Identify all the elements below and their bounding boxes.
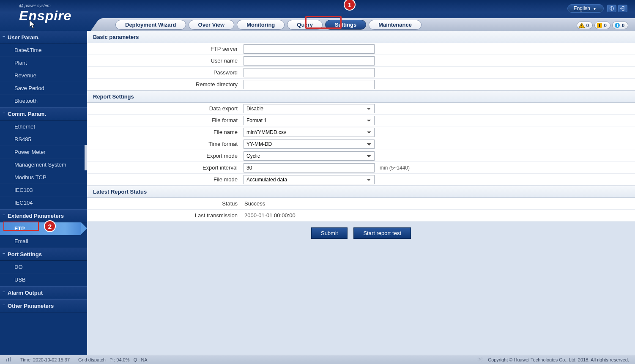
footer-p: P : 94.0% xyxy=(109,357,130,362)
tab-monitoring[interactable]: Monitoring xyxy=(237,20,285,30)
square-warning-icon xyxy=(596,22,603,28)
label-remote-directory: Remote directory xyxy=(87,81,244,88)
status-bar: Time 2020-10-02 15:37 Grid dispatch P : … xyxy=(0,355,635,364)
svg-rect-11 xyxy=(6,359,7,361)
sidebar: User Param. Date&Time Plant Revenue Save… xyxy=(0,31,87,355)
tab-over-view[interactable]: Over View xyxy=(189,20,235,30)
callout-2-highlight xyxy=(3,222,39,231)
app-header: @ power system Enspire English Deploymen… xyxy=(0,0,635,31)
label-export-interval: Export interval xyxy=(87,164,244,171)
label-time-format: Time format xyxy=(87,141,244,147)
label-ftp-server: FTP server xyxy=(87,46,244,52)
brand-logo: @ power system Enspire xyxy=(19,3,71,24)
language-area: English xyxy=(567,4,627,13)
sidebar-group-comm-param[interactable]: Comm. Param. xyxy=(0,107,87,120)
svg-rect-10 xyxy=(617,26,618,27)
sidebar-item-power-meter[interactable]: Power Meter xyxy=(0,146,87,159)
sidebar-group-other-parameters[interactable]: Other Parameters xyxy=(0,299,87,312)
sidebar-item-do[interactable]: DO xyxy=(0,261,87,274)
svg-rect-13 xyxy=(10,357,11,361)
label-user-name: User name xyxy=(87,57,244,64)
footer-time-value: 2020-10-02 15:37 xyxy=(33,357,70,362)
file-name-select[interactable]: minYYMMDD.csv xyxy=(244,128,375,137)
alarm-minor-badge[interactable]: 0 xyxy=(594,22,610,29)
language-select[interactable]: English xyxy=(567,4,604,13)
sidebar-item-ethernet[interactable]: Ethernet xyxy=(0,120,87,133)
svg-rect-3 xyxy=(581,25,582,26)
value-last-transmission: 2000-01-01 00:00:00 xyxy=(244,212,296,219)
start-report-test-button[interactable]: Start report test xyxy=(353,227,411,239)
label-data-export: Data export xyxy=(87,105,244,112)
sidebar-group-extended-parameters[interactable]: Extended Parameters xyxy=(0,209,87,222)
sidebar-item-modbus-tcp[interactable]: Modbus TCP xyxy=(0,171,87,184)
user-name-input[interactable] xyxy=(244,56,375,66)
password-input[interactable] xyxy=(244,68,375,77)
svg-rect-9 xyxy=(617,24,618,26)
triangle-warning-icon xyxy=(578,22,585,28)
logout-icon[interactable] xyxy=(618,5,627,12)
label-last-transmission: Last transmission xyxy=(87,212,244,219)
svg-rect-7 xyxy=(599,26,600,27)
export-interval-input[interactable] xyxy=(244,163,375,172)
brand-tagline: @ power system xyxy=(19,3,71,8)
svg-rect-6 xyxy=(599,24,600,26)
callout-2: 2 xyxy=(44,220,56,232)
footer-chart-icon xyxy=(6,357,12,363)
sidebar-group-alarm-output[interactable]: Alarm Output xyxy=(0,286,87,299)
label-file-name: File name xyxy=(87,129,244,135)
footer-q: Q : NA xyxy=(134,357,148,362)
label-file-format: File format xyxy=(87,117,244,123)
label-file-mode: File mode xyxy=(87,176,244,183)
label-password: Password xyxy=(87,69,244,76)
submit-button[interactable]: Submit xyxy=(311,227,348,239)
alarm-major-badge[interactable]: 0 xyxy=(577,22,593,29)
ftp-server-input[interactable] xyxy=(244,44,375,54)
value-status: Success xyxy=(244,200,265,207)
svg-rect-2 xyxy=(611,7,612,8)
sidebar-item-bluetooth[interactable]: Bluetooth xyxy=(0,95,87,107)
circle-warning-icon xyxy=(614,22,621,28)
button-row: Submit Start report test xyxy=(87,222,635,245)
footer-dispatch-label: Grid dispatch xyxy=(78,357,106,362)
sidebar-group-port-settings[interactable]: Port Settings xyxy=(0,248,87,261)
sidebar-item-plant[interactable]: Plant xyxy=(0,57,87,69)
cursor-icon xyxy=(30,20,36,29)
sidebar-group-user-param[interactable]: User Param. xyxy=(0,31,87,44)
alarm-warning-badge[interactable]: 0 xyxy=(612,22,628,29)
main-tabs: Deployment Wizard Over View Monitoring Q… xyxy=(106,18,635,31)
tab-maintenance[interactable]: Maintenance xyxy=(369,20,422,30)
export-mode-select[interactable]: Cyclic xyxy=(244,151,375,161)
label-export-mode: Export mode xyxy=(87,153,244,159)
remote-directory-input[interactable] xyxy=(244,80,375,89)
sidebar-item-email[interactable]: Email xyxy=(0,235,87,248)
section-report-settings: Report Settings xyxy=(87,90,635,103)
info-icon[interactable] xyxy=(607,5,616,12)
sidebar-item-iec103[interactable]: IEC103 xyxy=(0,184,87,197)
footer-copyright: Copyright © Huawei Technologies Co., Ltd… xyxy=(488,357,629,362)
section-basic-parameters: Basic parameters xyxy=(87,31,635,43)
svg-rect-1 xyxy=(611,8,612,10)
svg-rect-4 xyxy=(581,27,582,27)
file-mode-select[interactable]: Accumulated data xyxy=(244,175,375,184)
callout-1: 1 xyxy=(344,0,356,11)
time-format-select[interactable]: YY-MM-DD xyxy=(244,140,375,149)
file-format-select[interactable]: Format 1 xyxy=(244,116,375,125)
section-latest-report-status: Latest Report Status xyxy=(87,186,635,198)
sidebar-item-revenue[interactable]: Revenue xyxy=(0,69,87,82)
callout-1-highlight xyxy=(305,16,342,29)
sidebar-item-datetime[interactable]: Date&Time xyxy=(0,44,87,57)
sidebar-item-iec104[interactable]: IEC104 xyxy=(0,197,87,209)
footer-time-label: Time xyxy=(20,357,30,362)
data-export-select[interactable]: Disable xyxy=(244,104,375,113)
content-pane: Basic parameters FTP server User name Pa… xyxy=(87,31,635,355)
sidebar-item-usb[interactable]: USB xyxy=(0,274,87,286)
sidebar-item-save-period[interactable]: Save Period xyxy=(0,82,87,95)
svg-rect-12 xyxy=(8,358,9,361)
hint-export-interval: min (5~1440) xyxy=(375,165,410,171)
brand-name: Enspire xyxy=(19,8,71,24)
label-status: Status xyxy=(87,200,244,207)
huawei-logo-icon xyxy=(476,357,484,363)
sidebar-item-rs485[interactable]: RS485 xyxy=(0,133,87,146)
sidebar-item-management-system[interactable]: Management System xyxy=(0,159,87,171)
tab-deployment-wizard[interactable]: Deployment Wizard xyxy=(115,20,186,30)
